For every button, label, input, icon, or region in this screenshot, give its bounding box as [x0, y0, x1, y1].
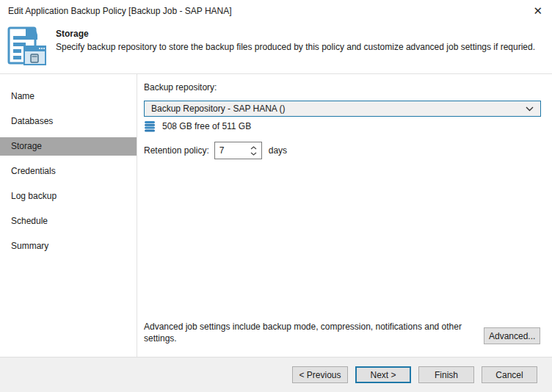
sidebar-item-databases[interactable]: Databases: [0, 112, 137, 131]
storage-step-icon: [7, 26, 48, 69]
window-title: Edit Application Backup Policy [Backup J…: [8, 6, 232, 16]
repository-capacity-row: 508 GB free of 511 GB: [144, 120, 251, 132]
retention-days-input[interactable]: [215, 142, 247, 159]
backup-repository-selected-value: Backup Repository - SAP HANA (): [151, 104, 526, 114]
sidebar-separator: [137, 74, 137, 357]
spinner-buttons: [247, 142, 261, 159]
sidebar-item-summary[interactable]: Summary: [0, 237, 137, 255]
retention-policy-label: Retention policy:: [144, 145, 209, 156]
sidebar-item-credentials[interactable]: Credentials: [0, 162, 137, 181]
retention-policy-row: Retention policy: days: [144, 142, 287, 159]
header-separator: [0, 73, 552, 74]
sidebar-item-storage[interactable]: Storage: [0, 137, 137, 156]
cancel-button[interactable]: Cancel: [482, 366, 537, 383]
disk-stack-icon: [144, 120, 156, 132]
close-icon[interactable]: ✕: [533, 4, 542, 18]
sidebar-item-schedule[interactable]: Schedule: [0, 212, 137, 231]
previous-button[interactable]: < Previous: [292, 366, 348, 383]
retention-days-spinner: [214, 142, 262, 159]
next-button[interactable]: Next >: [355, 366, 411, 383]
spinner-up-icon[interactable]: [250, 146, 257, 150]
retention-unit-label: days: [269, 145, 287, 156]
wizard-footer: < Previous Next > Finish Cancel: [0, 357, 552, 392]
finish-button[interactable]: Finish: [418, 366, 474, 383]
step-description: Specify backup repository to store the b…: [56, 42, 535, 52]
edit-backup-policy-dialog: Edit Application Backup Policy [Backup J…: [0, 0, 552, 392]
backup-repository-dropdown[interactable]: Backup Repository - SAP HANA (): [144, 101, 541, 117]
chevron-down-icon[interactable]: [526, 106, 534, 112]
sidebar-item-name[interactable]: Name: [0, 87, 137, 106]
advanced-button[interactable]: Advanced...: [484, 327, 540, 344]
advanced-settings-note: Advanced job settings include backup mod…: [144, 321, 483, 344]
backup-repository-label: Backup repository:: [144, 82, 217, 92]
spinner-down-icon[interactable]: [250, 152, 257, 156]
sidebar-item-log-backup[interactable]: Log backup: [0, 187, 137, 206]
capacity-text: 508 GB free of 511 GB: [162, 121, 251, 131]
step-title: Storage: [56, 29, 89, 39]
